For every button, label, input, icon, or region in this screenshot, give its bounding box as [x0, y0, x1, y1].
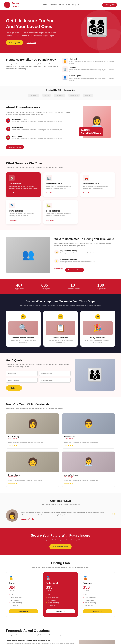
- cta-section: Secure Your Future With Future-Insure Lo…: [0, 528, 121, 555]
- faq-section: Frequently Asked Questions Lorem ipsum d…: [0, 623, 121, 644]
- service-title-vehicle: Vehicle Insurance: [83, 182, 112, 184]
- committed-content: We Are Committed To Giving You True Valu…: [54, 237, 115, 272]
- service-learn-more-medical[interactable]: Learn More: [46, 192, 54, 194]
- benefit-desc-experts: Lorem ipsum dolor sit amet, consectetur …: [69, 77, 115, 81]
- pricing-grid: 🥇 Starter $24 Per Month Life Insurance 3…: [6, 572, 115, 617]
- about-section: About Future-Insurance Lorem ipsum dolor…: [0, 100, 121, 156]
- team-member-role-helton: Team Director: [8, 476, 57, 477]
- quote-phone-input[interactable]: [39, 371, 71, 376]
- services-section: What Services We Offer Lorem ipsum dolor…: [0, 156, 121, 230]
- quote-insurance-select[interactable]: [39, 378, 71, 382]
- service-learn-more-vehicle[interactable]: Learn More: [83, 192, 91, 194]
- benefit-title-certified: Certified: [69, 58, 115, 60]
- hero-cta-button[interactable]: Get A Quote: [6, 40, 23, 45]
- team-card-img-helen: 👩: [6, 413, 59, 434]
- pricing-feature-pro-5: Support 24/7: [46, 604, 75, 607]
- pricing-btn-starter[interactable]: Get Started: [9, 609, 38, 614]
- about-right: 👩‍💼 144BK+ Satisfied Clients: [79, 106, 115, 138]
- stat-label-agents: Happy Agents: [97, 288, 107, 290]
- service-learn-more-travel[interactable]: Learn More: [9, 220, 16, 221]
- about-feature-icon-options: ⚙️: [6, 127, 10, 131]
- service-learn-more-life[interactable]: Learn More: [9, 192, 16, 194]
- cta-button[interactable]: Get Started Now: [49, 544, 72, 549]
- pricing-feature-starter-4: Digital Marketing: [9, 602, 38, 604]
- committed-section: 👥 We Are Committed To Giving You True Va…: [0, 230, 121, 279]
- committed-learn-more-link[interactable]: Learn More: [54, 268, 63, 272]
- about-left: About Future-Insurance Lorem ipsum dolor…: [6, 106, 75, 150]
- pricing-price-premium: $50: [83, 585, 112, 590]
- team-stars-alaina: ★★★★★: [64, 482, 113, 485]
- service-desc-home: Lorem ipsum dolor sit amet, consectetur …: [46, 213, 75, 217]
- quote-email-input[interactable]: [6, 378, 37, 382]
- service-title-travel: Travel Insurance: [9, 210, 38, 212]
- testimonial-text: Lorem ipsum dolor sit amet, consectetur …: [21, 511, 109, 516]
- benefits-description: Lorem ipsum dolor sit amet, consectetur …: [6, 63, 59, 70]
- committed-title-saving: High Saving Money: [60, 250, 95, 252]
- pricing-feature-prem-2: 360° Full Process: [83, 596, 112, 599]
- team-member-name-helen: Helen Young: [8, 436, 57, 438]
- about-description: Lorem ipsum dolor sit amet, consectetur …: [6, 111, 75, 116]
- committed-icon-saving: 💰: [54, 250, 59, 254]
- nav-pages[interactable]: Pages ▾: [72, 4, 79, 6]
- steps-grid: 01 🔍 Choose Desired Services Lorem ipsum…: [6, 311, 115, 347]
- service-icon-home: 🏡: [46, 202, 52, 208]
- service-title-medical: Medical Insurance: [46, 182, 75, 184]
- faq-title: Frequently Asked Questions: [6, 629, 115, 633]
- nav-blog[interactable]: Blog: [66, 4, 70, 6]
- step-title-2: Choose Your Plan: [46, 337, 75, 339]
- testimonial-inner: 👩 Lorem ipsum dolor sit amet, consectetu…: [6, 510, 115, 522]
- pricing-feature-starter-5: Support 24/7: [9, 604, 38, 607]
- benefit-text-trusted: Trusted Lorem ipsum dolor sit amet, cons…: [69, 66, 115, 73]
- service-title-life: Life Insurance: [9, 182, 38, 184]
- committed-desc-saving: Lorem ipsum dolor sit amet, consectetur …: [60, 252, 95, 254]
- service-title-home: Home Insurance: [46, 210, 75, 212]
- pricing-icon-professional: 🥈: [46, 576, 75, 580]
- service-icon-medical: 🏥: [46, 175, 52, 181]
- testimonial-description: Lorem ipsum dolor sit amet, consectetur …: [6, 504, 115, 506]
- pricing-features-starter: Life Insurance 360° Full Process VAT Inc…: [9, 594, 38, 607]
- team-member-illustration-helen: 👩: [28, 419, 38, 428]
- committed-text-saving: High Saving Money Lorem ipsum dolor sit …: [60, 250, 95, 257]
- step-desc-2: Lorem ipsum dolor sit amet, consectetur …: [46, 340, 75, 344]
- stat-lorem: 605+ Lorem Ipsum: [41, 283, 50, 290]
- quote-submit-button[interactable]: Submit: [6, 386, 22, 391]
- pricing-btn-professional[interactable]: Get Started: [46, 609, 75, 614]
- about-image-illustration: 👩‍💼: [91, 116, 103, 128]
- about-title: About Future-Insurance: [6, 106, 75, 109]
- quote-title: Get A Quote: [6, 359, 71, 362]
- faq-question-1[interactable]: Lorem ipsum dolor sit amet 80 limit - Co…: [6, 640, 75, 642]
- header-quote-button[interactable]: Get A Quote: [102, 3, 117, 7]
- faq-answer-1: Lorem ipsum dolor sit amet, consectetur …: [6, 642, 75, 644]
- committed-desc-products: Lorem ipsum dolor sit amet, consectetur …: [60, 261, 95, 263]
- nav-about[interactable]: About: [59, 4, 64, 6]
- benefit-title-trusted: Trusted: [69, 66, 115, 68]
- stats-section: 40+ Happy Insurers 605+ Lorem Ipsum 10+ …: [0, 279, 121, 294]
- cta-title: Secure Your Future With Future-Insure: [6, 534, 115, 537]
- testimonial-section: Customer Says Lorem ipsum dolor sit amet…: [0, 493, 121, 528]
- team-member-name-helton: Helton Osprey: [8, 474, 57, 476]
- service-icon-vehicle: 🚗: [83, 175, 89, 181]
- nav-services[interactable]: Services: [50, 4, 57, 6]
- team-card-info-helen: Helen Young Lead Director Lorem ipsum do…: [6, 434, 59, 448]
- nav-home[interactable]: Home: [43, 4, 47, 6]
- about-feature-options: ⚙️ Vast Options Lorem ipsum dolor sit am…: [6, 127, 75, 133]
- quote-fullname-input[interactable]: [6, 371, 37, 376]
- about-feature-text-claim: Easy Claim Lorem ipsum dolor sit amet, c…: [12, 135, 62, 142]
- hero-learn-more-link[interactable]: Learn More: [27, 42, 36, 44]
- team-consult-button[interactable]: Team Consultation: [65, 268, 84, 272]
- team-card-img-helton: 🧑: [6, 452, 59, 472]
- stat-label-lorem: Lorem Ipsum: [41, 288, 50, 290]
- about-more-button[interactable]: View More About: [6, 145, 24, 150]
- service-learn-more-home[interactable]: Learn More: [46, 220, 54, 221]
- benefit-item-certified: 🏅 Certified Lorem ipsum dolor sit amet, …: [62, 58, 115, 64]
- team-stars-helen: ★★★★★: [8, 444, 57, 446]
- about-feature-claim: ✅ Easy Claim Lorem ipsum dolor sit amet,…: [6, 135, 75, 142]
- committed-description: Lorem ipsum dolor sit amet, consectetur …: [54, 242, 115, 247]
- pricing-name-starter: Starter: [9, 582, 38, 584]
- services-description: Lorem ipsum dolor sit amet, consectetur …: [6, 166, 115, 168]
- team-stars-eric: ★★★★★: [64, 444, 113, 446]
- pricing-btn-premium[interactable]: Get Started: [83, 609, 112, 614]
- benefit-desc-certified: Lorem ipsum dolor sit amet, consectetur …: [69, 60, 115, 64]
- stat-label-happy: Happy Insurers: [14, 288, 24, 290]
- service-desc-vehicle: Lorem ipsum dolor sit amet, consectetur …: [83, 185, 112, 189]
